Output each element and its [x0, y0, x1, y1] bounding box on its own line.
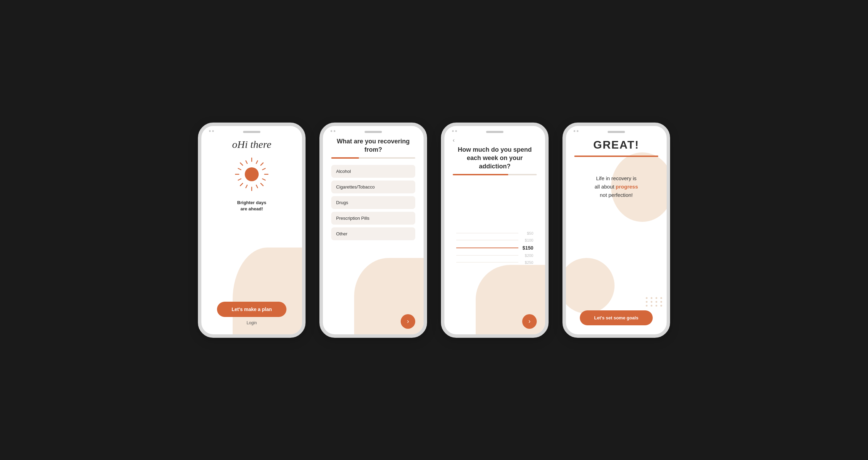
phone3-top — [444, 126, 545, 132]
svg-line-7 — [240, 183, 243, 186]
sun-svg — [233, 155, 271, 193]
svg-line-6 — [261, 163, 263, 165]
phone3-wrapper: ‹ How much do you spend each week on you… — [441, 123, 549, 338]
svg-line-11 — [238, 179, 241, 180]
line-200 — [456, 255, 518, 256]
phone3-back-button[interactable]: ‹ — [453, 137, 537, 143]
chart-labels: $50 $100 $150 — [456, 231, 533, 265]
phone1: oHi there — [198, 123, 306, 338]
svg-line-9 — [262, 179, 265, 180]
svg-line-12 — [246, 161, 247, 164]
great-title: GREAT! — [593, 139, 639, 151]
phone4-progress-bar — [574, 156, 658, 157]
option-cigarettes[interactable]: Cigarettes/Tobacco — [331, 181, 415, 193]
label-100: $100 — [521, 238, 533, 242]
phone1-wrapper: oHi there — [198, 123, 306, 338]
set-goals-button[interactable]: Let's set some goals — [580, 310, 653, 325]
phone3-question: How much do you spend each week on your … — [453, 145, 537, 171]
phone1-tagline: Brighter days are ahead! — [237, 200, 266, 212]
login-link[interactable]: Login — [247, 320, 257, 325]
phone3-progress-bar — [453, 174, 537, 175]
phone4-top — [566, 126, 667, 132]
label-150: $150 — [521, 245, 533, 251]
chart-row-200: $200 — [456, 253, 533, 258]
msg-part3: not perfection! — [600, 192, 633, 198]
phone4-progress-fill — [574, 156, 658, 157]
phone2-inner-content: What are you recovering from? Alcohol Ci… — [323, 132, 424, 334]
phone2: What are you recovering from? Alcohol Ci… — [319, 123, 427, 338]
phone2-top — [323, 126, 424, 132]
svg-line-4 — [240, 163, 243, 165]
sun-container — [233, 155, 271, 193]
svg-line-5 — [261, 183, 263, 186]
chart-area: $50 $100 $150 — [453, 182, 537, 314]
phone2-progress-bar — [331, 157, 415, 159]
chart-row-100: $100 — [456, 238, 533, 242]
phone3: ‹ How much do you spend each week on you… — [441, 123, 549, 338]
phone3-progress-fill — [453, 174, 508, 175]
msg-part1: Life in recovery is — [596, 175, 637, 181]
make-plan-button[interactable]: Let's make a plan — [217, 302, 286, 317]
msg-part2: all about — [594, 184, 616, 190]
phones-container: oHi there — [198, 123, 670, 338]
phone2-question: What are you recovering from? — [331, 137, 415, 154]
phone4-wrapper: GREAT! Life in recovery is all about pro… — [562, 123, 670, 338]
phone1-content: oHi there — [201, 132, 302, 334]
option-drugs[interactable]: Drugs — [331, 196, 415, 209]
phone3-content: ‹ How much do you spend each week on you… — [444, 132, 545, 334]
option-alcohol[interactable]: Alcohol — [331, 165, 415, 178]
phone3-inner-content: ‹ How much do you spend each week on you… — [444, 132, 545, 334]
sun-circle — [245, 167, 259, 181]
svg-line-10 — [262, 168, 265, 170]
phone4: GREAT! Life in recovery is all about pro… — [562, 123, 670, 338]
chart-row-150: $150 — [456, 245, 533, 251]
option-other[interactable]: Other — [331, 227, 415, 240]
label-50: $50 — [521, 231, 533, 235]
phone3-next-button[interactable]: › — [522, 314, 537, 329]
phone4-inner-content: GREAT! Life in recovery is all about pro… — [566, 132, 667, 334]
line-50 — [456, 233, 518, 233]
phone2-progress-fill — [331, 157, 359, 159]
phone2-content: What are you recovering from? Alcohol Ci… — [323, 132, 424, 334]
svg-line-15 — [246, 185, 247, 188]
line-250 — [456, 262, 518, 262]
chart-row-50: $50 — [456, 231, 533, 235]
svg-line-14 — [256, 161, 258, 164]
phone4-content: GREAT! Life in recovery is all about pro… — [566, 132, 667, 334]
svg-line-13 — [256, 185, 258, 188]
phone2-wrapper: What are you recovering from? Alcohol Ci… — [319, 123, 427, 338]
phone1-top — [201, 126, 302, 132]
phone2-next-button[interactable]: › — [401, 314, 415, 329]
label-200: $200 — [521, 253, 533, 258]
phone1-title: oHi there — [232, 139, 271, 150]
line-100 — [456, 240, 518, 240]
line-150 — [456, 248, 518, 248]
svg-line-8 — [238, 168, 241, 170]
option-prescription[interactable]: Prescription Pills — [331, 212, 415, 225]
label-250: $250 — [521, 260, 533, 265]
phone4-message: Life in recovery is all about progress n… — [594, 174, 638, 199]
phone1-inner-content: oHi there — [201, 132, 302, 334]
chart-row-250: $250 — [456, 260, 533, 265]
msg-highlight: progress — [616, 184, 638, 190]
